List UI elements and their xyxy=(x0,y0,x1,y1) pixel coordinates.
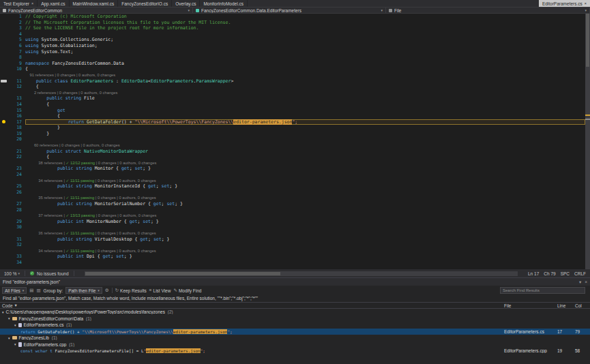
code-line[interactable]: 28 xyxy=(0,207,585,213)
expander-icon[interactable]: ▾ xyxy=(14,342,16,346)
code-line[interactable]: 20 xyxy=(0,136,585,142)
file-icon xyxy=(18,342,22,347)
column-indicator[interactable]: Ch 79 xyxy=(544,271,555,276)
codelens-line[interactable]: 38 references | ✓ 12/12 passing | 0 chan… xyxy=(0,160,585,166)
find-result-row[interactable]: return GetDataFolder() + "\\Microsoft\\P… xyxy=(0,329,590,335)
codelens-line[interactable]: 34 references | ✓ 11/11 passing | 0 chan… xyxy=(0,178,585,184)
project-dropdown[interactable]: FancyZonesEditorCommon ▾ xyxy=(0,7,193,13)
gear-icon[interactable]: ⚙ xyxy=(105,287,109,294)
code-line[interactable]: 14 { xyxy=(0,102,585,108)
files-filter-icon[interactable]: ▤ xyxy=(29,287,33,294)
space-indicator[interactable]: SPC xyxy=(561,271,570,276)
column-header-file[interactable]: File xyxy=(504,303,557,308)
code-line[interactable]: 12 { xyxy=(0,84,585,90)
code-line[interactable]: 30 xyxy=(0,224,585,230)
chevron-down-icon[interactable]: ▾ xyxy=(579,279,581,285)
expander-icon[interactable]: ▾ xyxy=(2,310,4,314)
tab[interactable]: MainWindow.xaml.cs xyxy=(70,0,119,7)
codelens-line[interactable]: 91 references | 0 changes | 0 authors, 0… xyxy=(0,72,585,78)
code-line[interactable]: 34 xyxy=(0,260,585,266)
code-line[interactable]: 26 xyxy=(0,189,585,196)
find-group-row[interactable]: ▾FancyZonesEditorCommon\Data (1) xyxy=(0,316,590,322)
code-line[interactable]: 19 } xyxy=(0,131,585,137)
expander-icon[interactable]: ▾ xyxy=(14,323,16,327)
code-line[interactable]: 7using System.Text; xyxy=(0,49,585,55)
code-line[interactable]: 10{ xyxy=(0,66,585,72)
code-line[interactable]: 8 xyxy=(0,55,585,61)
codelens-line[interactable]: 37 references | ✓ 13/13 passing | 0 chan… xyxy=(0,213,585,219)
scrollbar-thumb[interactable] xyxy=(85,272,280,275)
tab[interactable]: Test Explorer× xyxy=(0,0,38,7)
code-line[interactable]: 5using System.Collections.Generic; xyxy=(0,37,585,43)
code-line[interactable]: 15 get xyxy=(0,108,585,114)
code-line[interactable]: 3// See the LICENSE file in the project … xyxy=(0,25,585,31)
code-line[interactable]: 17 return GetDataFolder() + "\\Microsoft… xyxy=(0,119,585,125)
code-line[interactable]: 27 public string MonitorSerialNumber { g… xyxy=(0,201,585,207)
codelens-line[interactable]: 35 references | ✓ 11/11 passing | 0 chan… xyxy=(0,195,585,201)
code-editor[interactable]: 1// Copyright (c) Microsoft Corporation2… xyxy=(0,14,585,269)
code-line[interactable]: 16 { xyxy=(0,113,585,119)
scrollbar-thumb[interactable] xyxy=(586,14,589,67)
search-find-results-input[interactable] xyxy=(500,287,585,294)
code-line[interactable]: 4 xyxy=(0,31,585,37)
column-header-col[interactable]: Col xyxy=(575,303,590,308)
lightbulb-icon[interactable] xyxy=(2,120,5,123)
code-line[interactable]: 13 public string File xyxy=(0,95,585,102)
code-line[interactable]: 29 public int MonitorNumber { get; set; … xyxy=(0,219,585,225)
tab[interactable]: FancyZonesEditorIO.cs xyxy=(118,0,172,7)
code-line[interactable]: 11 public class EditorParameters : Edito… xyxy=(0,78,585,85)
codelens-line[interactable]: 2 references | 0 changes | 0 authors, 0 … xyxy=(0,90,585,96)
code-line[interactable]: 22 { xyxy=(0,154,585,160)
zoom-control[interactable]: 100 % ▾ xyxy=(4,271,20,276)
code-line[interactable]: 23 public string Monitor { get; set; } xyxy=(0,166,585,172)
tab[interactable]: Overlay.cs xyxy=(172,0,200,7)
chevron-down-icon: ▾ xyxy=(381,8,383,12)
editor-horizontal-scrollbar[interactable] xyxy=(85,271,518,276)
find-group-row[interactable]: ▾EditorParameters.cs (1) xyxy=(0,322,590,329)
modify-find-button[interactable]: ✎ Modify Find xyxy=(173,287,201,294)
expander-icon[interactable]: ▾ xyxy=(8,316,10,320)
issues-indicator[interactable]: ✓ No issues found xyxy=(30,271,69,276)
code-line[interactable]: 24 xyxy=(0,172,585,178)
code-line[interactable]: 2// The Microsoft Corporation licenses t… xyxy=(0,20,585,26)
folder-filter-icon[interactable]: ▥ xyxy=(36,287,40,294)
code-line[interactable]: 18 } xyxy=(0,125,585,131)
tab[interactable]: App.xaml.cs xyxy=(38,0,69,7)
find-group-row[interactable]: ▾FancyZonesLib (1) xyxy=(0,335,590,342)
line-number xyxy=(9,160,25,166)
codelens-line[interactable]: 34 references | ✓ 11/11 passing | 0 chan… xyxy=(0,248,585,254)
tab[interactable]: MonitorInfoModel.cs xyxy=(200,0,248,7)
find-result-row[interactable]: const wchar_t FancyZonesEditorParameters… xyxy=(0,348,590,354)
tab-editorparameters[interactable]: EditorParameters.cs× xyxy=(539,0,590,7)
codelens-line[interactable]: 36 references | ✓ 11/11 passing | 0 chan… xyxy=(0,230,585,237)
close-icon[interactable]: × xyxy=(585,1,587,5)
line-number: 10 xyxy=(9,66,25,72)
scope-dropdown[interactable]: All Files ▾ xyxy=(2,287,27,294)
column-header-line[interactable]: Line xyxy=(557,303,575,308)
line-indicator[interactable]: Ln 17 xyxy=(528,271,539,276)
close-icon[interactable]: × xyxy=(585,279,587,285)
code-line[interactable]: 6using System.Globalization; xyxy=(0,43,585,49)
code-line[interactable]: 9namespace FancyZonesEditorCommon.Data xyxy=(0,61,585,67)
expander-icon[interactable]: ▾ xyxy=(8,336,10,340)
code-line[interactable]: 32 xyxy=(0,242,585,248)
eol-indicator[interactable]: CRLF xyxy=(574,271,586,276)
code-line[interactable]: 31 public string VirtualDesktop { get; s… xyxy=(0,237,585,243)
find-group-row[interactable]: ▾EditorParameters.cpp (1) xyxy=(0,342,590,348)
code-lines: 1// Copyright (c) Microsoft Corporation2… xyxy=(0,14,585,266)
line-number: 18 xyxy=(9,125,25,131)
member-dropdown[interactable]: File ▾ xyxy=(386,7,590,13)
code-line[interactable]: 1// Copyright (c) Microsoft Corporation xyxy=(0,14,585,20)
code-line[interactable]: 21 public struct NativeMonitorDataWrappe… xyxy=(0,149,585,155)
code-line[interactable]: 25 public string MonitorInstanceId { get… xyxy=(0,183,585,189)
editor-vertical-scrollbar[interactable] xyxy=(585,14,590,269)
keep-results-button[interactable]: ↻ Keep Results xyxy=(115,287,147,294)
column-header-code[interactable]: Code ▾ xyxy=(0,303,504,308)
code-line[interactable]: 33 public int Dpi { get; set; } xyxy=(0,254,585,260)
codelens-line[interactable]: 60 references | 0 changes | 0 authors, 0… xyxy=(0,142,585,149)
list-view-button[interactable]: ≡ List View xyxy=(149,287,171,294)
group-by-dropdown[interactable]: Path then File ▾ xyxy=(65,287,102,294)
close-icon[interactable]: × xyxy=(31,1,33,5)
find-group-row[interactable]: ▾C:\Users\zhaopengwang\Desktop\powertoys… xyxy=(0,309,590,316)
type-dropdown[interactable]: FancyZonesEditorCommon.Data.EditorParame… xyxy=(193,7,386,13)
